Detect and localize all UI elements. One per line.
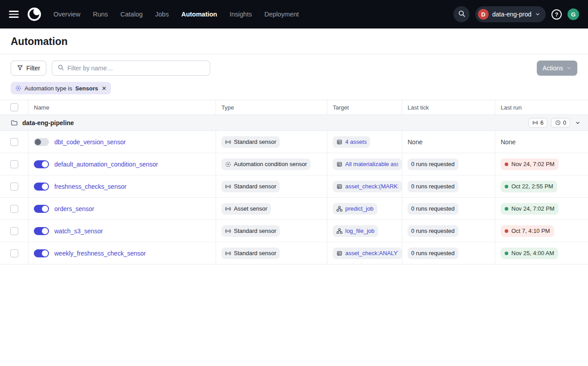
sensor-icon [225,228,231,234]
search-icon [458,10,466,19]
sensor-icon [225,139,231,145]
repository-group-row: data-eng-pipeline 6 0 [0,115,588,131]
sensor-icon [225,206,231,212]
help-icon[interactable]: ? [551,9,562,20]
nav-deployment[interactable]: Deployment [264,11,298,18]
asset-icon [336,161,343,167]
table-row: orders_sensor Asset sensor predict_job 0… [0,198,588,220]
filter-chip: Automation type is Sensors ✕ [11,82,111,94]
last-tick-badge: 0 runs requested [408,159,458,170]
last-run-badge[interactable]: Oct 7, 4:10 PM [501,225,554,237]
nav-automation[interactable]: Automation [181,11,217,18]
last-tick-badge: 0 runs requested [408,248,458,259]
topnav-right: D data-eng-prod ? G [453,6,579,22]
sensors-table: Name Type Target Last tick Last run data… [0,100,588,264]
row-checkbox[interactable] [10,205,18,213]
sensor-count-badge: 6 [528,118,547,128]
sensor-toggle[interactable] [34,205,49,213]
job-icon [336,206,343,212]
sensor-type-badge: Standard sensor [221,181,280,192]
main-nav: Overview Runs Catalog Jobs Automation In… [53,11,299,18]
table-row: watch_s3_sensor Standard sensor log_file… [0,220,588,242]
target-link-badge[interactable]: All materializable assets [333,159,402,170]
sensor-type-badge: Asset sensor [221,203,271,215]
nav-catalog[interactable]: Catalog [120,11,143,18]
dagster-app: Overview Runs Catalog Jobs Automation In… [0,0,588,366]
user-avatar[interactable]: G [568,8,579,20]
clock-icon [555,120,561,126]
sensor-name-link[interactable]: dbt_code_version_sensor [54,138,126,146]
sensor-toggle[interactable] [34,183,49,191]
sensor-toggle[interactable] [34,160,49,168]
asset-icon [336,250,343,256]
last-tick-value: None [408,138,422,146]
last-run-badge[interactable]: Nov 24, 7:02 PM [501,159,559,170]
folder-icon [11,119,18,126]
target-link-badge[interactable]: log_file_job [333,225,378,237]
sensor-icon [225,183,231,190]
toolbar: Filter Actions [0,54,588,82]
column-header-last-run: Last run [495,100,588,114]
target-link-badge[interactable]: asset_check:(MARKETING) [333,181,402,192]
automation-condition-icon [225,161,231,167]
row-checkbox[interactable] [10,160,18,168]
active-filters-row: Automation type is Sensors ✕ [0,82,588,100]
run-status-dot [505,163,508,166]
search-icon [57,64,64,73]
row-checkbox[interactable] [10,183,18,191]
row-checkbox[interactable] [10,249,18,257]
column-header-target: Target [327,100,402,114]
deployment-switcher[interactable]: D data-eng-prod [475,6,546,22]
actions-button[interactable]: Actions [537,61,577,76]
sensor-name-link[interactable]: watch_s3_sensor [54,228,103,235]
table-row: dbt_code_version_sensor Standard sensor … [0,131,588,153]
sensor-name-link[interactable]: weekly_freshness_check_sensor [54,250,146,257]
sensor-name-link[interactable]: default_automation_condition_sensor [54,161,158,168]
sensor-name-link[interactable]: orders_sensor [54,205,94,212]
column-header-last-tick: Last tick [402,100,495,114]
sensor-toggle[interactable] [34,249,49,257]
table-row: weekly_freshness_check_sensor Standard s… [0,242,588,264]
sensor-toggle[interactable] [34,227,49,235]
top-navigation: Overview Runs Catalog Jobs Automation In… [0,0,588,28]
last-tick-badge: 0 runs requested [408,203,458,215]
nav-insights[interactable]: Insights [229,11,252,18]
filter-chip-value: Sensors [75,85,98,92]
column-header-name: Name [29,100,216,114]
target-link-badge[interactable]: predict_job [333,203,377,215]
table-header-row: Name Type Target Last tick Last run [0,100,588,115]
name-filter-input[interactable] [67,65,204,72]
sensor-type-badge: Standard sensor [221,248,280,259]
chevron-down-icon [566,65,572,71]
automation-type-icon [15,85,21,91]
asset-icon [336,139,343,145]
chevron-down-icon[interactable] [574,119,582,127]
target-link-badge[interactable]: 4 assets [333,136,370,148]
name-filter [52,61,210,76]
last-run-badge[interactable]: Nov 24, 7:02 PM [501,203,559,215]
target-link-badge[interactable]: asset_check:ANALYTICS [333,248,402,259]
filter-chip-label: Automation type is [24,85,72,92]
sensor-toggle[interactable] [34,138,49,146]
dagster-logo-icon[interactable] [27,7,42,22]
last-run-badge[interactable]: Oct 22, 2:55 PM [501,181,557,192]
chevron-down-icon [535,12,540,17]
menu-icon[interactable] [9,11,19,18]
deployment-name: data-eng-prod [492,11,531,18]
nav-runs[interactable]: Runs [93,11,108,18]
row-checkbox[interactable] [10,227,18,235]
select-all-checkbox[interactable] [10,103,18,111]
last-run-badge[interactable]: Nov 25, 4:00 AM [501,248,558,259]
last-tick-badge: 0 runs requested [408,225,458,237]
filter-button[interactable]: Filter [11,61,46,76]
last-tick-badge: 0 runs requested [408,181,458,192]
last-run-value: None [501,138,515,146]
nav-jobs[interactable]: Jobs [155,11,169,18]
close-icon[interactable]: ✕ [102,85,106,91]
nav-overview[interactable]: Overview [53,11,80,18]
row-checkbox[interactable] [10,138,18,146]
sensor-name-link[interactable]: freshness_checks_sensor [54,183,127,190]
search-button[interactable] [453,6,470,22]
repository-name: data-eng-pipeline [22,119,74,126]
run-status-dot [505,185,508,188]
